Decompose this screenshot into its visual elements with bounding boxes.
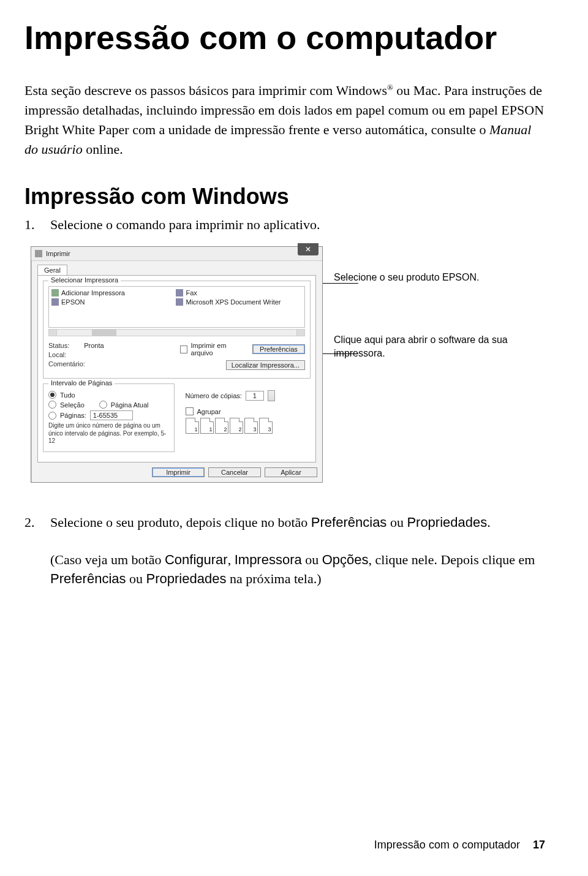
comment-label: Comentário: — [48, 360, 85, 368]
print-to-file-checkbox[interactable] — [180, 345, 187, 353]
collate-num: 3 — [268, 426, 271, 432]
step-2p: na próxima tela.) — [226, 571, 321, 586]
step-2-props: Propriedades — [407, 515, 487, 530]
intro-paragraph: Esta seção descreve os passos básicos pa… — [24, 81, 545, 159]
printer-item-add[interactable]: Adicionar Impressora — [51, 289, 174, 296]
intro-text-a: Esta seção descreve os passos básicos pa… — [24, 83, 387, 98]
collate-label: Agrupar — [197, 408, 221, 415]
collate-num: 2 — [238, 426, 241, 432]
pages-input[interactable]: 1-65535 — [90, 410, 133, 420]
step-2-props2: Propriedades — [146, 571, 227, 586]
section-heading: Impressão com Windows — [24, 184, 545, 210]
step-1: 1. Selecione o comando para imprimir no … — [24, 216, 545, 235]
step-2-prefs2: Preferências — [50, 571, 126, 586]
printer-icon — [51, 298, 59, 306]
scroll-left-icon[interactable] — [49, 330, 57, 336]
pages-hint: Digite um único número de página ou um ú… — [48, 422, 169, 445]
printer-item-xps[interactable]: Microsoft XPS Document Writer — [176, 298, 298, 306]
fax-icon — [176, 289, 183, 296]
step-2a: Selecione o seu produto, depois clique n… — [50, 515, 311, 530]
printer-xps-label: Microsoft XPS Document Writer — [186, 298, 281, 306]
page-title: Impressão com o computador — [24, 18, 545, 56]
print-to-file-label: Imprimir em arquivo — [191, 342, 245, 357]
group-copies: Número de cópias: 1 Agrupar 1 1 — [181, 383, 311, 452]
step-2n: ou — [126, 571, 146, 586]
step-2-number: 2. — [24, 513, 38, 589]
collate-num: 2 — [224, 426, 227, 432]
scroll-thumb[interactable] — [92, 330, 116, 336]
collate-num: 1 — [194, 426, 197, 432]
step-2f: (Caso veja um botão — [50, 552, 165, 567]
preferences-button[interactable]: Preferências — [252, 344, 305, 354]
step-2-options: Opções — [322, 552, 369, 567]
copies-input[interactable]: 1 — [246, 391, 264, 401]
radio-all[interactable] — [48, 391, 56, 399]
radio-current-label: Página Atual — [111, 401, 149, 409]
printer-item-fax[interactable]: Fax — [176, 289, 298, 296]
collate-checkbox[interactable] — [186, 407, 194, 415]
collate-page-icon: 1 — [200, 418, 214, 434]
step-2-prefs: Preferências — [311, 515, 387, 530]
collate-page-icon: 2 — [230, 418, 243, 434]
step-2l: , clique nele. Depois clique em — [369, 552, 535, 567]
cancel-button[interactable]: Cancelar — [208, 467, 261, 477]
group-select-printer: Selecionar Impressora Adicionar Impresso… — [43, 281, 311, 379]
page-footer: Impressão com o computador 17 — [374, 839, 545, 851]
scroll-right-icon[interactable] — [296, 330, 304, 336]
dialog-title: Imprimir — [46, 250, 70, 257]
callout-select-product: Selecione o seu produto EPSON. — [334, 271, 545, 284]
printer-icon — [176, 298, 183, 306]
printer-icon — [35, 250, 42, 257]
group-legend-printer: Selecionar Impressora — [48, 276, 121, 284]
close-icon[interactable]: ✕ — [298, 243, 318, 255]
group-legend-range: Intervalo de Páginas — [48, 379, 115, 387]
step-2-printer: Impressora — [235, 552, 302, 567]
group-page-range: Intervalo de Páginas Tudo Seleção Página… — [43, 383, 175, 452]
radio-pages[interactable] — [48, 412, 56, 420]
printer-list[interactable]: Adicionar Impressora EPSON Fax Microsoft… — [48, 286, 305, 328]
collate-page-icon: 2 — [215, 418, 228, 434]
apply-button[interactable]: Aplicar — [265, 467, 317, 477]
printer-add-label: Adicionar Impressora — [61, 289, 125, 296]
radio-current-page[interactable] — [99, 401, 107, 409]
registered-mark: ® — [387, 83, 393, 92]
step-2-config: Configurar — [165, 552, 228, 567]
radio-selection[interactable] — [48, 401, 56, 409]
print-button[interactable]: Imprimir — [152, 467, 205, 477]
printer-list-scrollbar[interactable] — [48, 329, 305, 336]
printer-fax-label: Fax — [186, 289, 197, 296]
step-2h: , — [228, 552, 235, 567]
callout-open-software: Clique aqui para abrir o software da sua… — [334, 333, 545, 360]
dialog-titlebar: Imprimir — [31, 247, 322, 261]
intro-text-d: online. — [83, 142, 123, 157]
collate-page-icon: 3 — [259, 418, 273, 434]
page-number: 17 — [533, 839, 545, 851]
local-label: Local: — [48, 351, 66, 358]
radio-selection-label: Seleção — [60, 401, 85, 409]
tab-general[interactable]: Geral — [37, 265, 67, 275]
collate-num: 3 — [253, 426, 256, 432]
add-printer-icon — [51, 289, 59, 296]
step-2j: ou — [302, 552, 322, 567]
collate-page-icon: 1 — [186, 418, 199, 434]
printer-epson-label: EPSON — [61, 298, 85, 306]
step-1-number: 1. — [24, 216, 38, 235]
step-2: 2. Selecione o seu produto, depois cliqu… — [24, 513, 545, 589]
status-value: Pronta — [84, 342, 104, 349]
printer-item-epson[interactable]: EPSON — [51, 298, 174, 306]
status-label: Status: — [48, 342, 69, 349]
print-dialog: ✕ Imprimir Geral Selecionar Impressora A… — [31, 246, 323, 483]
find-printer-button[interactable]: Localizar Impressora... — [226, 360, 305, 370]
radio-all-label: Tudo — [60, 391, 75, 399]
collate-preview: 1 1 2 2 3 3 — [186, 418, 306, 434]
copies-spinner[interactable] — [268, 390, 275, 401]
step-1-text: Selecione o comando para imprimir no apl… — [50, 216, 320, 235]
step-2e: . — [487, 515, 491, 530]
footer-title: Impressão com o computador — [374, 839, 520, 851]
radio-pages-label: Páginas: — [60, 412, 86, 419]
collate-num: 1 — [209, 426, 212, 432]
copies-label: Número de cópias: — [186, 392, 242, 399]
step-2c: ou — [386, 515, 407, 530]
collate-page-icon: 3 — [244, 418, 258, 434]
